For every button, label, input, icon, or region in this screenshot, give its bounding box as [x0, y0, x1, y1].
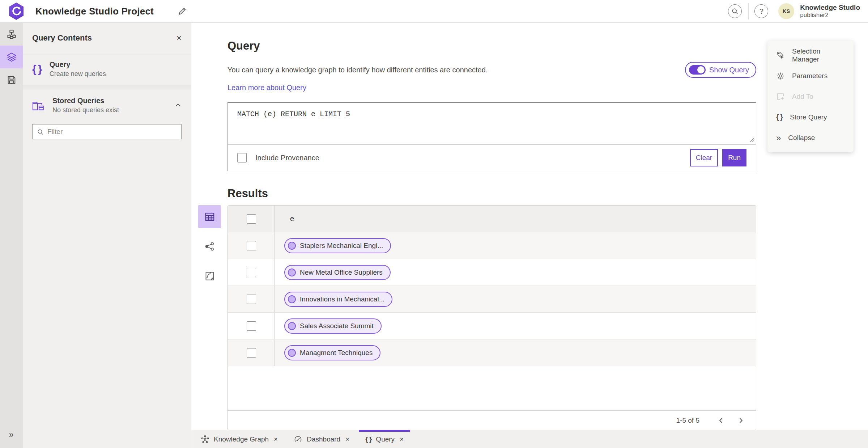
- stored-queries-description: No stored queries exist: [52, 106, 119, 114]
- tab-query[interactable]: { } Query ×: [359, 430, 410, 448]
- tab-label: Query: [376, 435, 395, 443]
- menu-label: Add To: [792, 93, 813, 101]
- tab-dashboard[interactable]: Dashboard ×: [287, 430, 356, 448]
- panel-header: Query Contents ×: [23, 23, 191, 53]
- filter-field: [32, 124, 182, 139]
- previous-page-button[interactable]: [714, 413, 728, 428]
- row-checkbox[interactable]: [247, 295, 256, 304]
- double-chevron-right-icon: »: [776, 134, 781, 142]
- app-logo-icon: [8, 2, 25, 20]
- knowledge-graph-icon: [201, 435, 209, 444]
- toggle-switch-icon: [689, 65, 706, 75]
- column-header-e: e: [284, 215, 294, 223]
- sidebar-item-save[interactable]: [0, 68, 23, 91]
- menu-label: Parameters: [792, 72, 827, 80]
- menu-label: Store Query: [790, 113, 827, 121]
- add-to-icon: [776, 92, 785, 101]
- table-row: Sales Associate Summit: [228, 313, 756, 339]
- stored-queries-folder-icon: [32, 100, 44, 111]
- menu-item-collapse[interactable]: » Collapse: [767, 127, 854, 148]
- query-item-description: Create new queries: [50, 70, 106, 78]
- filter-input[interactable]: [47, 128, 177, 136]
- entity-pill[interactable]: Sales Associate Summit: [284, 318, 382, 334]
- avatar[interactable]: KS: [778, 3, 794, 19]
- results-title: Results: [227, 187, 756, 200]
- run-button[interactable]: Run: [722, 149, 746, 166]
- results-table: e Staplers Mechanical Engi...: [227, 205, 756, 430]
- include-provenance-checkbox[interactable]: [237, 153, 247, 162]
- edit-title-button[interactable]: [178, 7, 187, 16]
- entity-dot-icon: [288, 349, 296, 357]
- entity-label: Innovations in Mechanical...: [300, 295, 384, 303]
- show-query-toggle[interactable]: Show Query: [685, 62, 756, 78]
- sidebar-item-data-model[interactable]: [0, 23, 23, 46]
- entity-dot-icon: [288, 242, 296, 250]
- menu-label: Selection Manager: [792, 47, 845, 63]
- help-button[interactable]: ?: [754, 4, 768, 18]
- left-icon-rail: »: [0, 23, 23, 448]
- close-tab-icon[interactable]: ×: [345, 435, 349, 443]
- entity-pill[interactable]: Staplers Mechanical Engi...: [284, 238, 391, 253]
- menu-item-selection-manager[interactable]: Selection Manager: [767, 45, 854, 65]
- map-view-button[interactable]: [198, 265, 221, 287]
- table-row: New Metal Office Suppliers: [228, 259, 756, 286]
- search-icon: [731, 8, 739, 15]
- expand-rail-button[interactable]: »: [0, 423, 23, 446]
- next-page-button[interactable]: [733, 413, 748, 428]
- query-input[interactable]: MATCH (e) RETURN e LIMIT 5: [228, 103, 756, 144]
- sidebar-item-layers[interactable]: [0, 46, 23, 68]
- pagination-label: 1-5 of 5: [676, 417, 699, 424]
- map-icon: [205, 271, 215, 281]
- tab-knowledge-graph[interactable]: Knowledge Graph ×: [194, 430, 284, 448]
- entity-pill[interactable]: New Metal Office Suppliers: [284, 265, 391, 280]
- results-view-switcher: [198, 205, 221, 430]
- graph-view-button[interactable]: [198, 235, 221, 258]
- row-checkbox[interactable]: [247, 348, 256, 358]
- query-contents-panel: Query Contents × { } Query Create new qu…: [23, 23, 191, 448]
- chevron-left-icon: [718, 417, 724, 424]
- panel-title: Query Contents: [32, 33, 176, 43]
- gear-icon: [776, 72, 785, 80]
- row-checkbox[interactable]: [247, 268, 256, 277]
- row-checkbox[interactable]: [247, 241, 256, 250]
- learn-more-link[interactable]: Learn more about Query: [227, 84, 306, 92]
- close-panel-button[interactable]: ×: [176, 34, 182, 42]
- close-tab-icon[interactable]: ×: [274, 435, 278, 443]
- close-tab-icon[interactable]: ×: [400, 435, 404, 443]
- table-row: Innovations in Mechanical...: [228, 286, 756, 313]
- panel-item-stored-queries[interactable]: Stored Queries No stored queries exist: [23, 89, 191, 121]
- save-icon: [7, 75, 17, 85]
- menu-item-add-to: Add To: [767, 86, 854, 107]
- query-description: You can query a knowledge graph to ident…: [227, 66, 488, 74]
- clear-button[interactable]: Clear: [690, 149, 718, 166]
- menu-item-store-query[interactable]: { } Store Query: [767, 107, 854, 127]
- table-view-button[interactable]: [198, 205, 221, 228]
- tab-label: Knowledge Graph: [214, 435, 269, 443]
- app-header: Knowledge Studio Project ? KS Knowledge …: [0, 0, 868, 23]
- row-checkbox[interactable]: [247, 321, 256, 331]
- panel-item-query[interactable]: { } Query Create new queries: [23, 53, 191, 85]
- menu-item-parameters[interactable]: Parameters: [767, 65, 854, 86]
- entity-pill[interactable]: Managment Techniques: [284, 345, 380, 360]
- select-all-checkbox[interactable]: [247, 214, 256, 224]
- search-button[interactable]: [728, 4, 742, 18]
- entity-dot-icon: [288, 295, 296, 303]
- braces-icon: { }: [32, 63, 42, 75]
- entity-label: Sales Associate Summit: [300, 322, 374, 330]
- table-row: Managment Techniques: [228, 339, 756, 366]
- chevron-up-icon[interactable]: [174, 102, 182, 109]
- stored-queries-label: Stored Queries: [52, 97, 119, 105]
- include-provenance-label: Include Provenance: [255, 154, 319, 162]
- resize-handle[interactable]: [750, 138, 754, 142]
- page-title: Query: [227, 39, 756, 52]
- entity-pill[interactable]: Innovations in Mechanical...: [284, 292, 392, 307]
- user-info: Knowledge Studio publisher2: [800, 4, 860, 18]
- query-tools-menu: Selection Manager Parameters: [767, 41, 854, 152]
- layers-icon: [6, 52, 17, 63]
- data-model-icon: [7, 29, 17, 39]
- pencil-icon: [178, 7, 187, 16]
- chevron-right-icon: [737, 417, 744, 424]
- query-item-label: Query: [50, 60, 106, 69]
- panel-section-divider: [23, 85, 191, 89]
- entity-dot-icon: [288, 269, 296, 276]
